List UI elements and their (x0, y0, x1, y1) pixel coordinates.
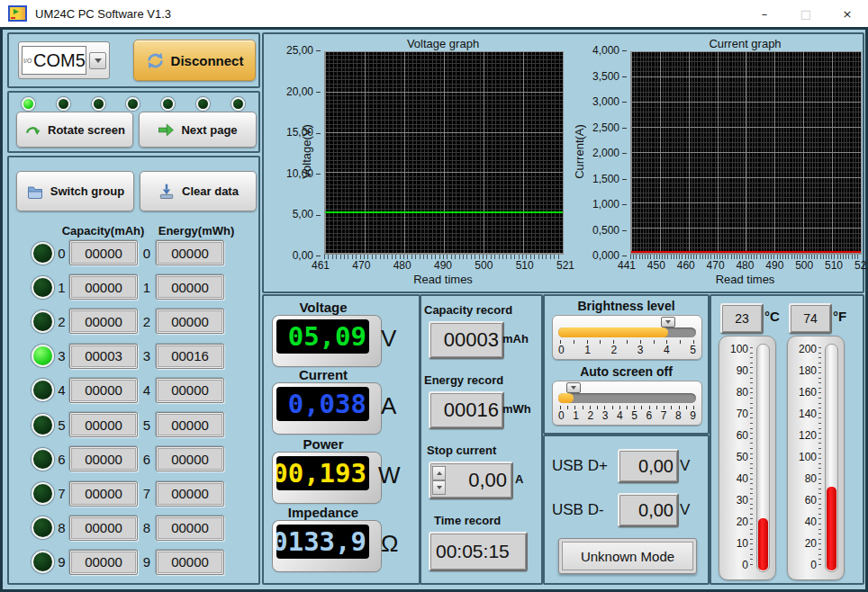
brightness-track[interactable] (558, 327, 696, 337)
tick-label: 3,500 (592, 71, 627, 82)
close-button[interactable]: × (827, 0, 868, 27)
screen-off-track[interactable] (558, 393, 696, 403)
tick-label: 10 (737, 538, 748, 549)
energy-cell: 00000 (156, 378, 224, 403)
row-index: 3 (54, 348, 69, 363)
stop-current-label: Stop current (427, 444, 496, 457)
tick-label: 461 (312, 259, 330, 272)
capacity-record-unit: mAh (502, 332, 529, 345)
celsius-tube (756, 344, 770, 572)
impedance-value: 0133,9 (276, 526, 366, 557)
voltage-value: 05,09 (288, 321, 366, 352)
tick-label: 4 (617, 409, 623, 422)
rotate-screen-label: Rotate screen (48, 123, 125, 137)
table-row: 400000400000 (11, 378, 255, 403)
clear-data-icon (158, 183, 176, 201)
capacity-record-value: 00003 (429, 321, 504, 359)
tick-label: 5 (631, 409, 637, 422)
energy-record-unit: mWh (502, 402, 531, 416)
tick-label: 4 (664, 344, 670, 356)
usb-panel: USB D+ 0,00 V USB D- 0,00 V Unknown Mode (543, 435, 710, 585)
screen-off-label: Auto screen off (545, 364, 708, 379)
capacity-cell: 00000 (69, 274, 138, 300)
capacity-cell: 00000 (69, 240, 138, 265)
clear-data-label: Clear data (182, 184, 239, 198)
tick-label: 30 (737, 495, 748, 506)
com-port-value: COM5 (33, 50, 86, 71)
com-port-combobox[interactable]: I/O COM5 (18, 41, 110, 79)
disconnect-button[interactable]: Disconnect (133, 40, 256, 81)
tick-label: 20 (805, 538, 817, 549)
tick-label: 20,00 (286, 86, 321, 97)
decrement-icon[interactable] (432, 480, 446, 495)
tick-label: 510 (516, 259, 534, 272)
page-led (231, 97, 245, 111)
energy-cell: 00000 (156, 309, 224, 334)
tick-label: 7 (661, 409, 667, 422)
tick-label: 470 (352, 259, 370, 272)
page-led (196, 97, 210, 111)
minimize-button[interactable]: – (744, 0, 785, 27)
voltage-y-ticks: 25,0020,0015,0010,005,000,00 (277, 45, 321, 261)
voltage-graph-title: Voltage graph (324, 37, 562, 50)
tick-label: 0 (558, 344, 565, 356)
tick-label: 180 (799, 365, 817, 376)
charge-mode-button[interactable]: Unknown Mode (558, 538, 697, 574)
brightness-thumb[interactable] (661, 317, 675, 327)
tick-label: 0 (558, 409, 565, 422)
current-y-ticks: 4,0003,5003,0002,5002,0001,5001,0000,500… (583, 45, 627, 261)
stop-current-spinner[interactable] (432, 466, 446, 495)
page-led (126, 97, 140, 111)
screen-off-thumb[interactable] (566, 382, 581, 393)
current-lcd: 0,038 (273, 383, 381, 434)
voltage-series-line (325, 211, 563, 213)
table-row: 300003300016 (11, 344, 255, 369)
tick-label: 3 (602, 409, 609, 422)
tick-label: 521 (556, 259, 574, 272)
group-led (32, 310, 54, 333)
capacity-cell: 00003 (69, 344, 138, 369)
rotate-screen-button[interactable]: Rotate screen (16, 112, 133, 148)
next-page-button[interactable]: Next page (139, 112, 257, 148)
tick-label: 160 (799, 387, 817, 398)
usb-dminus-unit: V (680, 501, 690, 519)
impedance-lcd: 0133,9 (273, 521, 381, 571)
row-index: 4 (54, 382, 69, 398)
tick-label: 60 (805, 495, 817, 506)
brightness-slider[interactable]: 012345 (552, 315, 702, 360)
current-plot-area (630, 51, 862, 255)
group-led (32, 551, 54, 573)
capacity-cell: 00000 (69, 309, 138, 334)
row-index: 2 (54, 314, 69, 329)
energy-cell: 00000 (156, 412, 224, 437)
table-row: 700000700000 (11, 481, 255, 507)
capacity-record-label: Capacity record (424, 303, 512, 317)
page-led (22, 97, 35, 111)
energy-cell: 00000 (156, 240, 224, 265)
tick-label: 480 (393, 259, 411, 272)
clear-data-button[interactable]: Clear data (140, 171, 257, 211)
switch-group-button[interactable]: Switch group (16, 171, 134, 211)
folder-icon (26, 183, 44, 201)
power-value: 00,193 (276, 458, 366, 489)
com-port-field[interactable]: I/O COM5 (22, 46, 86, 75)
usb-dminus-label: USB D- (552, 501, 604, 519)
stop-current-value[interactable]: 0,00 (448, 469, 511, 492)
energy-cell: 00000 (156, 481, 224, 507)
stop-current-control[interactable]: 0,00 (429, 462, 513, 499)
table-row: 500000500000 (11, 412, 255, 437)
current-unit: A (381, 392, 396, 420)
power-meter-label: Power (273, 436, 374, 452)
tick-label: 460 (677, 259, 695, 272)
increment-icon[interactable] (432, 466, 446, 480)
tick-label: 25,00 (286, 45, 321, 56)
usb-dplus-label: USB D+ (552, 457, 608, 475)
group-led (32, 379, 54, 401)
tick-label: 470 (707, 259, 725, 272)
tick-label: 5 (690, 344, 696, 356)
table-row: 000000000000 (11, 240, 255, 265)
chevron-down-icon[interactable] (89, 52, 106, 69)
screen-off-slider[interactable]: 0123456789 (552, 381, 702, 426)
maximize-button[interactable]: □ (785, 0, 827, 27)
energy-cell: 00000 (156, 516, 224, 541)
